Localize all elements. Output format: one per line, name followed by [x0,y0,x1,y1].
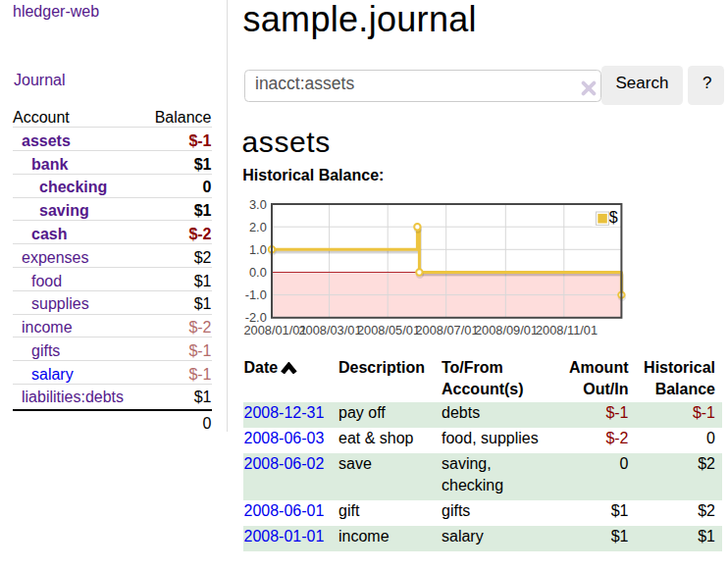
svg-text:3.0: 3.0 [249,197,267,212]
svg-text:2.0: 2.0 [249,220,267,234]
svg-text:2008/11/01: 2008/11/01 [536,323,598,337]
svg-text:0.0: 0.0 [249,265,267,280]
svg-text:1.0: 1.0 [249,242,267,257]
svg-text:2008/09/01: 2008/09/01 [475,323,538,337]
svg-text:-1.0: -1.0 [245,287,267,302]
svg-text:2008/05/01: 2008/05/01 [357,323,420,337]
svg-text:$: $ [609,209,618,226]
svg-text:2008/03/01: 2008/03/01 [298,323,361,337]
svg-text:2008/01/01: 2008/01/01 [243,323,306,337]
svg-text:2008/07/01: 2008/07/01 [415,323,478,337]
